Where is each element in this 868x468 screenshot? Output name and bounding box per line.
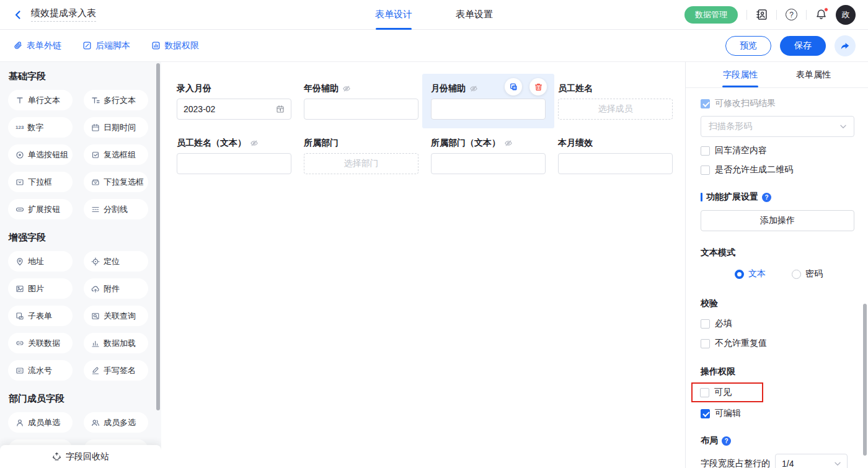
qrcode-allow-checkbox[interactable] <box>701 166 710 175</box>
delete-field-button[interactable] <box>529 78 547 95</box>
enter-clear-row: 回车清空内容 <box>701 145 854 156</box>
sidebar-item-multi-select[interactable]: 下拉复选框 <box>84 172 148 192</box>
attachment-icon <box>91 285 100 293</box>
field-employee-name[interactable]: 员工姓名 选择成员 <box>558 82 673 120</box>
sidebar-item-label: 单选按钮组 <box>28 149 68 161</box>
chevron-down-icon <box>835 462 841 466</box>
scan-result-checkbox[interactable] <box>701 99 710 108</box>
sidebar-item-member-single[interactable]: 成员单选 <box>8 412 73 433</box>
field-label: 员工姓名（文本） <box>177 138 246 149</box>
toolbar-right: 预览 保存 <box>725 35 856 56</box>
section-title-members: 部门成员字段 <box>9 393 161 405</box>
sidebar-item-divider[interactable]: 分割线 <box>84 199 148 219</box>
tab-form-properties[interactable]: 表单属性 <box>794 62 833 87</box>
text-input[interactable] <box>304 99 418 120</box>
checkbox-label: 可见 <box>714 387 732 398</box>
sidebar-item-multi-line-text[interactable]: 多行文本 <box>84 90 148 110</box>
tab-field-properties[interactable]: 字段属性 <box>720 62 760 87</box>
sidebar-item-select[interactable]: 下拉框 <box>8 172 73 192</box>
text-input[interactable] <box>431 153 546 174</box>
sidebar-item-single-line-text[interactable]: 单行文本 <box>8 90 73 110</box>
sidebar-scrollbar-thumb[interactable] <box>156 63 160 410</box>
help-question-icon[interactable]: ? <box>762 193 771 202</box>
backend-script-button[interactable]: 后端脚本 <box>82 40 130 51</box>
radio-text-option[interactable]: 文本 <box>735 268 766 280</box>
sidebar-item-address[interactable]: 地址 <box>8 251 73 272</box>
share-button[interactable] <box>835 35 856 56</box>
field-entry-month[interactable]: 录入月份 2023-02 <box>177 82 291 120</box>
data-permission-button[interactable]: 数据权限 <box>151 40 199 51</box>
contacts-icon[interactable] <box>756 9 768 20</box>
sidebar-item-locate[interactable]: 定位 <box>84 251 148 272</box>
divider <box>746 10 747 20</box>
tab-form-settings[interactable]: 表单设置 <box>456 0 493 30</box>
panel-scrollbar-thumb[interactable] <box>863 304 867 456</box>
form-design-canvas[interactable]: 录入月份 2023-02 年份辅助 <box>161 62 685 468</box>
avatar[interactable]: 政 <box>836 5 856 25</box>
form-title[interactable]: 绩效提成录入表 <box>31 7 96 22</box>
help-icon[interactable]: ? <box>786 9 797 20</box>
add-action-button[interactable]: 添加操作 <box>701 210 854 231</box>
validation-section-header: 校验 <box>701 298 854 309</box>
external-link-button[interactable]: 表单外链 <box>14 40 61 51</box>
layout-section-header: 布局 ? <box>701 435 854 446</box>
panel-tabs: 字段属性 表单属性 <box>686 62 868 88</box>
toolbar-link-label: 后端脚本 <box>95 40 130 51</box>
sidebar-item-label: 图片 <box>28 283 44 294</box>
date-input[interactable]: 2023-02 <box>177 99 291 120</box>
datetime-icon <box>91 123 100 132</box>
sidebar-item-subform[interactable]: 子表单 <box>8 306 73 326</box>
sidebar-item-signature[interactable]: 手写签名 <box>84 360 148 381</box>
field-department[interactable]: 所属部门 选择部门 <box>304 137 418 174</box>
sidebar-item-checkbox-group[interactable]: 复选框组 <box>84 144 148 165</box>
department-picker[interactable]: 选择部门 <box>304 153 418 174</box>
section-title: 操作权限 <box>701 366 735 377</box>
field-month-helper-selected[interactable]: 月份辅助 <box>431 82 546 120</box>
field-month-performance[interactable]: 本月绩效 <box>558 137 673 174</box>
text-input[interactable] <box>177 153 291 174</box>
sidebar-item-linked-data[interactable]: 关联数据 <box>8 333 73 353</box>
multi-line-text-icon <box>91 96 100 105</box>
member-picker[interactable]: 选择成员 <box>558 99 673 120</box>
tab-form-design[interactable]: 表单设计 <box>375 0 412 30</box>
required-checkbox[interactable] <box>701 319 710 329</box>
sidebar-item-data-load[interactable]: 数据加载 <box>84 333 148 353</box>
sidebar-item-radio-group[interactable]: 单选按钮组 <box>8 144 73 165</box>
sidebar-item-attachment[interactable]: 附件 <box>84 278 148 299</box>
save-button[interactable]: 保存 <box>780 36 826 56</box>
sidebar-item-member-multi[interactable]: 成员多选 <box>84 412 148 433</box>
visible-checkbox[interactable] <box>700 388 709 397</box>
properties-panel: 字段属性 表单属性 可修改扫码结果 扫描条形码 回车清空内容 是否允许生成二维码 <box>685 62 868 468</box>
data-manage-button[interactable]: 数据管理 <box>684 6 738 24</box>
notification-bell-icon[interactable] <box>815 9 827 20</box>
enter-clear-checkbox[interactable] <box>701 146 710 156</box>
text-input[interactable] <box>431 99 546 120</box>
no-duplicate-checkbox[interactable] <box>701 339 710 348</box>
radio-password-option[interactable]: 密码 <box>792 268 823 280</box>
text-input[interactable] <box>558 153 673 174</box>
header-right: 数据管理 ? 政 <box>684 5 856 25</box>
field-employee-name-text[interactable]: 员工姓名（文本） <box>177 137 291 174</box>
sidebar-item-extend-button[interactable]: 扩展按钮 <box>8 199 73 219</box>
sidebar-item-image[interactable]: 图片 <box>8 278 73 299</box>
sidebar-item-lookup[interactable]: 关联查询 <box>84 306 148 326</box>
help-question-icon[interactable]: ? <box>722 436 731 446</box>
field-width-select[interactable]: 1/4 <box>775 454 848 468</box>
scan-type-select[interactable]: 扫描条形码 <box>701 116 854 137</box>
copy-field-button[interactable] <box>505 78 522 95</box>
sidebar-item-serial-number[interactable]: 流水号 <box>8 360 73 381</box>
recycle-label: 字段回收站 <box>66 451 109 462</box>
no-duplicate-row: 不允许重复值 <box>701 338 854 349</box>
text-mode-radio-group: 文本 密码 <box>701 268 854 280</box>
sidebar-item-datetime[interactable]: 日期时间 <box>84 117 148 138</box>
sidebar-item-number[interactable]: 123数字 <box>8 117 73 138</box>
qrcode-allow-row: 是否允许生成二维码 <box>701 164 854 175</box>
editable-checkbox[interactable] <box>701 409 710 418</box>
editable-row: 可编辑 <box>701 408 854 419</box>
field-year-helper[interactable]: 年份辅助 <box>304 82 418 120</box>
preview-button[interactable]: 预览 <box>725 36 771 56</box>
back-icon[interactable] <box>12 9 24 20</box>
field-department-text[interactable]: 所属部门（文本） <box>431 137 546 174</box>
field-recycle-bin[interactable]: 字段回收站 <box>0 445 161 468</box>
single-line-text-icon <box>16 96 24 105</box>
